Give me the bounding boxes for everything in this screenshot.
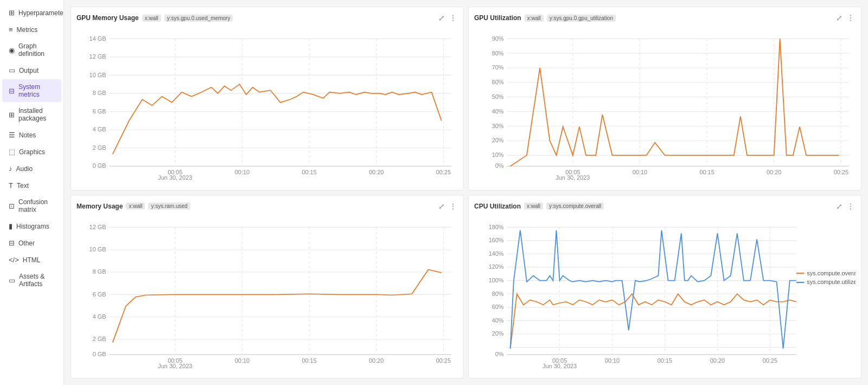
gpu-memory-chart: GPU Memory Usage x:wall y:sys.gpu.0.used… [71, 7, 464, 191]
svg-text:160%: 160% [489, 237, 504, 243]
sidebar-label-system-metrics: System metrics [18, 83, 55, 98]
svg-text:sys.compute.overall: sys.compute.overall [807, 270, 856, 276]
sidebar-item-graph-definition[interactable]: ◉ Graph definition [2, 39, 61, 61]
sidebar-label-text: Text [17, 182, 29, 190]
sidebar-item-confusion-matrix[interactable]: ⊡ Confusion matrix [2, 194, 61, 217]
svg-text:Jun 30, 2023: Jun 30, 2023 [556, 175, 590, 181]
svg-text:0%: 0% [495, 163, 504, 169]
cpu-util-title: CPU Utilization [474, 203, 521, 210]
gpu-memory-title: GPU Memory Usage [76, 14, 139, 22]
svg-text:90%: 90% [492, 36, 504, 42]
svg-text:00:10: 00:10 [605, 357, 620, 363]
sidebar-label-html: HTML [23, 256, 41, 264]
svg-text:00:05: 00:05 [565, 169, 580, 175]
memory-usage-expand-button[interactable]: ⤢ [437, 201, 446, 212]
sidebar-label-graph: Graph definition [18, 42, 55, 58]
sidebar-item-assets[interactable]: ▭ Assets & Artifacts [2, 269, 61, 292]
gpu-memory-svg: 14 GB 12 GB 10 GB 8 GB 6 GB 4 GB 2 GB 0 … [76, 27, 458, 185]
svg-text:30%: 30% [492, 123, 504, 129]
svg-text:0 GB: 0 GB [93, 351, 106, 357]
svg-text:20%: 20% [492, 138, 504, 144]
gpu-memory-expand-button[interactable]: ⤢ [437, 12, 446, 23]
svg-text:40%: 40% [492, 109, 504, 115]
memory-usage-more-button[interactable]: ⋮ [448, 201, 458, 212]
system-metrics-icon: ⊟ [9, 87, 15, 95]
sidebar-item-graphics[interactable]: ⬚ Graphics [2, 144, 61, 160]
svg-text:80%: 80% [492, 51, 504, 56]
sidebar-label-output: Output [19, 67, 39, 74]
svg-text:00:25: 00:25 [436, 169, 451, 175]
html-icon: </> [9, 256, 19, 264]
sidebar-item-hyperparameters[interactable]: ⊞ Hyperparameters [2, 5, 61, 21]
svg-text:00:15: 00:15 [302, 357, 316, 363]
svg-text:00:25: 00:25 [834, 169, 848, 175]
gpu-memory-tag-x: x:wall [142, 15, 161, 22]
svg-text:120%: 120% [489, 264, 504, 270]
cpu-util-expand-button[interactable]: ⤢ [835, 201, 844, 212]
svg-text:6 GB: 6 GB [93, 292, 106, 298]
sidebar-item-metrics[interactable]: ≡ Metrics [2, 22, 61, 37]
svg-text:180%: 180% [489, 224, 504, 230]
svg-text:70%: 70% [492, 65, 504, 71]
svg-text:6 GB: 6 GB [93, 109, 106, 115]
memory-usage-tag-y: y:sys.ram.used [148, 203, 190, 210]
memory-usage-svg: 12 GB 10 GB 8 GB 6 GB 4 GB 2 GB 0 GB 00:… [76, 215, 458, 373]
svg-text:10 GB: 10 GB [90, 72, 106, 78]
svg-text:Jun 30, 2023: Jun 30, 2023 [158, 363, 192, 369]
svg-text:14 GB: 14 GB [90, 36, 106, 42]
memory-usage-header: Memory Usage x:wall y:sys.ram.used ⤢ ⋮ [76, 201, 458, 212]
sidebar-label-hyperparameters: Hyperparameters [18, 9, 64, 17]
gpu-util-more-button[interactable]: ⋮ [846, 12, 856, 23]
gpu-util-header: GPU Utilization x:wall y:sys.gpu.0.gpu_u… [474, 12, 856, 23]
svg-text:00:05: 00:05 [168, 169, 182, 175]
svg-text:Jun 30, 2023: Jun 30, 2023 [542, 363, 577, 369]
cpu-util-chart: CPU Utilization x:wall y:sys.compute.ove… [468, 195, 861, 379]
other-icon: ⊟ [9, 239, 15, 247]
sidebar-item-audio[interactable]: ♪ Audio [2, 161, 61, 176]
svg-text:00:05: 00:05 [552, 357, 567, 363]
svg-text:80%: 80% [492, 291, 504, 296]
hyperparameters-icon: ⊞ [9, 9, 15, 17]
svg-text:2 GB: 2 GB [93, 336, 106, 342]
svg-text:00:15: 00:15 [658, 357, 672, 363]
cpu-util-chart-area: 180% 160% 140% 120% 100% 80% 60% 40% 20%… [474, 215, 856, 373]
svg-text:10%: 10% [492, 153, 504, 159]
svg-text:100%: 100% [489, 277, 504, 283]
cpu-util-svg: 180% 160% 140% 120% 100% 80% 60% 40% 20%… [474, 215, 856, 373]
gpu-memory-more-button[interactable]: ⋮ [448, 12, 458, 23]
svg-text:00:10: 00:10 [235, 169, 250, 175]
sidebar-label-assets: Assets & Artifacts [19, 273, 55, 288]
sidebar-item-system-metrics[interactable]: ⊟ System metrics [2, 79, 61, 102]
svg-text:12 GB: 12 GB [90, 224, 106, 230]
sidebar-label-notes: Notes [19, 131, 36, 139]
sidebar-item-installed-packages[interactable]: ⊞ Installed packages [2, 103, 61, 126]
sidebar-item-output[interactable]: ▭ Output [2, 62, 61, 78]
svg-text:140%: 140% [489, 251, 504, 257]
svg-text:60%: 60% [492, 304, 504, 310]
main-content: GPU Memory Usage x:wall y:sys.gpu.0.used… [64, 0, 868, 385]
sidebar-item-html[interactable]: </> HTML [2, 252, 61, 268]
sidebar-label-audio: Audio [16, 165, 33, 173]
gpu-util-expand-button[interactable]: ⤢ [835, 12, 844, 23]
svg-text:12 GB: 12 GB [90, 54, 106, 60]
svg-text:50%: 50% [492, 94, 504, 100]
svg-text:8 GB: 8 GB [93, 91, 106, 97]
memory-usage-title: Memory Usage [76, 203, 123, 210]
svg-text:0 GB: 0 GB [93, 163, 106, 169]
svg-text:sys.compute.utilized: sys.compute.utilized [807, 279, 856, 285]
gpu-util-chart: GPU Utilization x:wall y:sys.gpu.0.gpu_u… [468, 7, 861, 191]
svg-text:2 GB: 2 GB [93, 145, 106, 151]
svg-text:00:10: 00:10 [235, 357, 250, 363]
svg-text:00:25: 00:25 [763, 357, 777, 363]
svg-text:00:20: 00:20 [710, 357, 725, 363]
cpu-util-header: CPU Utilization x:wall y:sys.compute.ove… [474, 201, 856, 212]
sidebar-label-confusion: Confusion matrix [18, 198, 55, 213]
cpu-util-more-button[interactable]: ⋮ [846, 201, 856, 212]
sidebar-item-notes[interactable]: ☰ Notes [2, 127, 61, 143]
svg-text:60%: 60% [492, 80, 504, 86]
svg-text:00:20: 00:20 [369, 169, 384, 175]
sidebar-item-histograms[interactable]: ▮ Histograms [2, 218, 61, 234]
sidebar-item-other[interactable]: ⊟ Other [2, 235, 61, 251]
sidebar-item-text[interactable]: T Text [2, 178, 61, 193]
svg-text:00:15: 00:15 [302, 169, 316, 175]
